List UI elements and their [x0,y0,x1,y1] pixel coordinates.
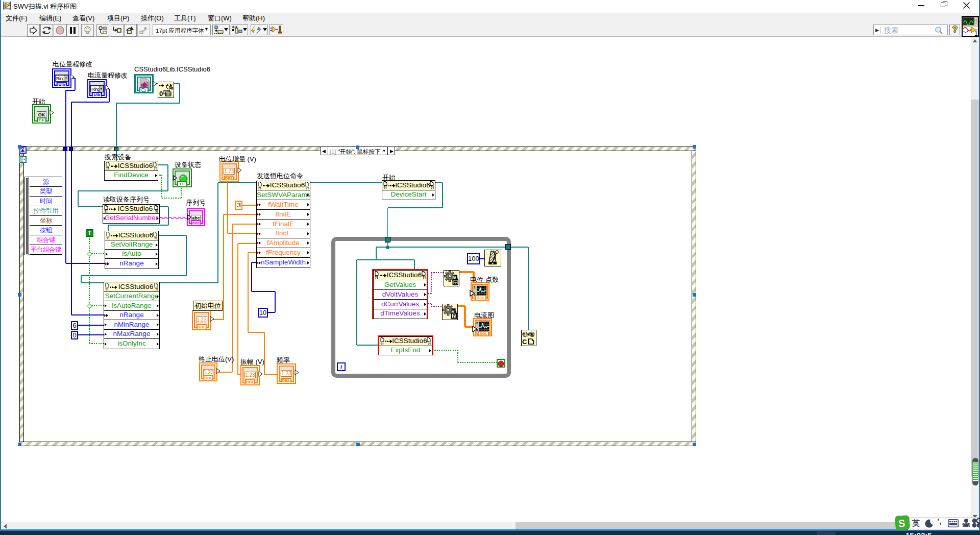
svg-text:0: 0 [159,90,163,97]
svg-text:1: 1 [974,30,978,36]
svg-text:S: S [898,518,905,529]
svg-text:C: C [522,338,527,345]
